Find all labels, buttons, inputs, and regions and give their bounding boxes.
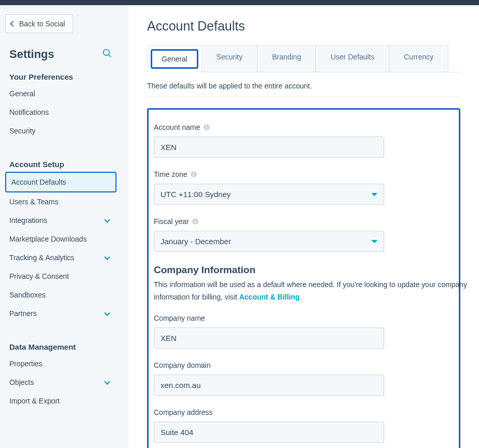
account-name-label: Account name i [154,123,454,131]
sidebar-item-account-defaults[interactable]: Account Defaults [5,172,117,192]
sidebar-item-partners[interactable]: Partners [5,304,117,323]
tabs: General Security Branding User Defaults … [147,45,460,72]
page-title: Account Defaults [147,19,460,34]
fiscal-year-select[interactable]: January - December [154,231,384,252]
data-header: Data Management [9,342,112,351]
sidebar-item-properties[interactable]: Properties [5,354,117,373]
sidebar-item-integrations[interactable]: Integrations [5,211,117,230]
info-icon[interactable]: i [192,218,198,225]
main-content: Account Defaults General Security Brandi… [128,5,479,448]
company-domain-label: Company domain [154,361,454,369]
sidebar-item-marketplace-downloads[interactable]: Marketplace Downloads [5,230,117,248]
chevron-down-icon [104,217,110,222]
info-icon[interactable]: i [191,171,197,177]
settings-heading: Settings [9,48,54,61]
company-domain-input[interactable] [154,375,384,396]
prefs-header: Your Preferences [9,72,112,81]
company-name-label: Company name [154,314,454,322]
general-form: Account name i Time zone i UTC +11:00 Sy… [147,108,460,448]
sidebar-item-security[interactable]: Security [5,122,117,140]
back-to-social-button[interactable]: Back to Social [5,14,73,33]
top-bar [0,0,479,5]
tab-general[interactable]: General [147,46,202,72]
sidebar-item-notifications[interactable]: Notifications [5,103,117,122]
sidebar-item-tracking-analytics[interactable]: Tracking & Analytics [5,248,117,267]
chevron-down-icon [104,379,110,384]
chevron-down-icon [104,310,110,316]
timezone-select[interactable]: UTC +11:00 Sydney [154,184,384,205]
svg-line-1 [109,55,111,57]
search-icon[interactable] [102,48,112,61]
setup-header: Account Setup [9,160,112,169]
sidebar: Back to Social Settings Your Preferences… [0,5,122,448]
company-info-header: Company Information [154,264,454,276]
company-name-input[interactable] [154,327,384,349]
sidebar-item-general[interactable]: General [5,84,117,103]
chevron-down-icon [104,254,110,260]
tab-user-defaults[interactable]: User Defaults [315,45,389,72]
tabs-subtext: These defaults will be applied to the en… [147,82,460,90]
tab-security[interactable]: Security [201,45,258,72]
account-name-input[interactable] [154,137,384,158]
sidebar-item-import-export[interactable]: Import & Export [5,392,117,410]
company-info-desc: This information will be used as a defau… [154,279,475,304]
caret-down-icon [371,240,378,243]
sidebar-item-users-teams[interactable]: Users & Teams [5,192,117,211]
sidebar-item-privacy-consent[interactable]: Privacy & Consent [5,267,117,286]
account-billing-link[interactable]: Account & Billing [239,293,300,301]
timezone-label: Time zone i [154,170,454,178]
chevron-left-icon [10,21,16,26]
company-address-input[interactable] [154,422,384,443]
sidebar-item-sandboxes[interactable]: Sandboxes [5,286,117,304]
svg-point-0 [104,50,110,56]
info-icon[interactable]: i [204,124,210,130]
tab-branding[interactable]: Branding [257,45,316,72]
tab-currency[interactable]: Currency [389,45,448,72]
sidebar-item-objects[interactable]: Objects [5,373,117,392]
divider [147,96,460,97]
fiscal-year-label: Fiscal year i [154,217,454,226]
company-address-label: Company address [154,408,454,416]
caret-down-icon [371,193,378,196]
back-label: Back to Social [19,20,65,28]
